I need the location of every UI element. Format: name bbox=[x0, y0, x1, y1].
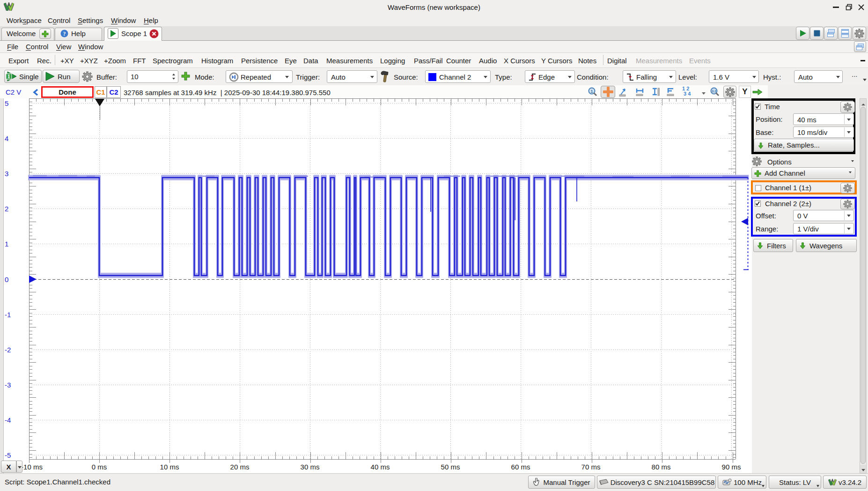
svg-text:3: 3 bbox=[5, 170, 8, 178]
svg-text:1: 1 bbox=[590, 89, 593, 94]
svg-text:1: 1 bbox=[7, 73, 10, 80]
svg-text:20 ms: 20 ms bbox=[230, 463, 250, 471]
svg-text:5: 5 bbox=[5, 99, 8, 107]
svg-text:60 ms: 60 ms bbox=[511, 463, 530, 471]
svg-text:3.2: 3.2 bbox=[712, 89, 716, 93]
svg-text:2: 2 bbox=[5, 205, 8, 213]
svg-text:-10 ms: -10 ms bbox=[21, 463, 43, 471]
svg-text:50 ms: 50 ms bbox=[441, 463, 460, 471]
svg-text:4: 4 bbox=[5, 134, 8, 142]
svg-text:-1: -1 bbox=[5, 311, 11, 319]
svg-text:-4: -4 bbox=[5, 416, 11, 424]
svg-text:-3: -3 bbox=[5, 381, 11, 389]
svg-text:-5: -5 bbox=[5, 451, 11, 459]
svg-text:80 ms: 80 ms bbox=[652, 463, 671, 471]
svg-text:10 ms: 10 ms bbox=[160, 463, 179, 471]
svg-text:?: ? bbox=[63, 30, 66, 37]
svg-text:0 ms: 0 ms bbox=[92, 463, 107, 471]
svg-text:70 ms: 70 ms bbox=[581, 463, 601, 471]
svg-text:90 ms: 90 ms bbox=[722, 463, 741, 471]
svg-text:1: 1 bbox=[5, 240, 8, 248]
svg-text:40 ms: 40 ms bbox=[371, 463, 390, 471]
svg-text:30 ms: 30 ms bbox=[301, 463, 320, 471]
svg-text:0: 0 bbox=[5, 275, 8, 283]
svg-text:-2: -2 bbox=[5, 346, 11, 354]
